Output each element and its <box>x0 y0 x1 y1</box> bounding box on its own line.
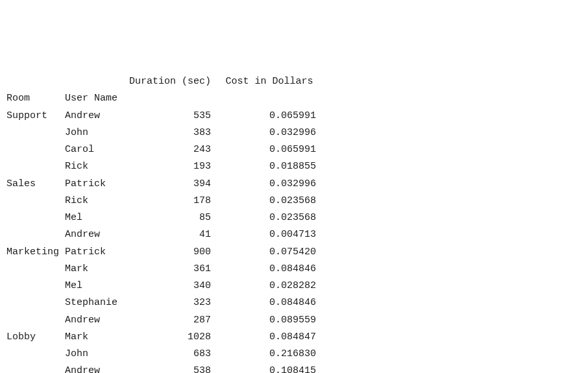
cell-user: Patrick <box>65 244 129 261</box>
cell-duration: 538 <box>129 363 211 373</box>
cell-duration: 323 <box>129 295 211 311</box>
table-row: Andrew2870.089559 <box>6 312 582 329</box>
index-header-room: Room <box>6 90 65 107</box>
table-row: Carol2430.065991 <box>6 141 582 158</box>
cell-user: Patrick <box>65 176 129 193</box>
cell-duration: 383 <box>129 125 211 141</box>
column-header-row: Duration (sec)Cost in Dollars <box>6 73 582 90</box>
index-header-row: RoomUser Name <box>6 90 582 107</box>
cell-cost: 0.084846 <box>223 295 316 311</box>
cell-duration: 178 <box>129 193 211 210</box>
cell-user: John <box>65 125 129 141</box>
cell-duration: 340 <box>129 278 211 295</box>
cell-room: Marketing <box>6 244 65 261</box>
table-row: John6830.216830 <box>6 346 582 363</box>
cell-duration: 287 <box>129 312 211 329</box>
cell-user: Mel <box>65 210 129 226</box>
cell-cost: 0.023568 <box>223 193 316 210</box>
cell-cost: 0.084847 <box>223 329 316 346</box>
cell-room: Sales <box>6 176 65 193</box>
cell-user: Andrew <box>65 226 129 243</box>
cell-duration: 41 <box>129 226 211 243</box>
table-row: Mel850.023568 <box>6 210 582 226</box>
cell-cost: 0.032996 <box>223 176 316 193</box>
cell-duration: 683 <box>129 346 211 363</box>
table-row: Andrew5380.108415 <box>6 363 582 373</box>
cell-user: Mark <box>65 261 129 278</box>
table-row: Mark3610.084846 <box>6 261 582 278</box>
cell-duration: 361 <box>129 261 211 278</box>
cell-user: Andrew <box>65 363 129 373</box>
cell-user: Carol <box>65 141 129 158</box>
cell-cost: 0.023568 <box>223 210 316 226</box>
cell-room: Lobby <box>6 329 65 346</box>
index-header-user: User Name <box>65 90 129 107</box>
cell-user: Mark <box>65 329 129 346</box>
table-row: SalesPatrick3940.032996 <box>6 176 582 193</box>
cell-duration: 85 <box>129 210 211 226</box>
cell-cost: 0.065991 <box>223 141 316 158</box>
cell-user: Rick <box>65 158 129 175</box>
table-row: MarketingPatrick9000.075420 <box>6 244 582 261</box>
cell-cost: 0.084846 <box>223 261 316 278</box>
cell-user: Stephanie <box>65 295 129 311</box>
cell-duration: 1028 <box>129 329 211 346</box>
cell-duration: 193 <box>129 158 211 175</box>
cell-user: John <box>65 346 129 363</box>
column-header-cost: Cost in Dollars <box>223 73 316 90</box>
cell-cost: 0.028282 <box>223 278 316 295</box>
cell-duration: 535 <box>129 108 211 125</box>
cell-cost: 0.089559 <box>223 312 316 329</box>
table-row: Stephanie3230.084846 <box>6 295 582 311</box>
cell-cost: 0.004713 <box>223 226 316 243</box>
cell-cost: 0.032996 <box>223 125 316 141</box>
table-row: SupportAndrew5350.065991 <box>6 108 582 125</box>
cell-cost: 0.075420 <box>223 244 316 261</box>
cell-user: Andrew <box>65 108 129 125</box>
column-header-duration: Duration (sec) <box>129 73 211 90</box>
cell-user: Rick <box>65 193 129 210</box>
cell-cost: 0.108415 <box>223 363 316 373</box>
cell-duration: 243 <box>129 141 211 158</box>
table-row: LobbyMark10280.084847 <box>6 329 582 346</box>
cell-cost: 0.216830 <box>223 346 316 363</box>
cell-room: Support <box>6 108 65 125</box>
cell-user: Andrew <box>65 312 129 329</box>
table-row: Rick1930.018855 <box>6 158 582 175</box>
cell-cost: 0.065991 <box>223 108 316 125</box>
cell-duration: 900 <box>129 244 211 261</box>
data-table: Duration (sec)Cost in DollarsRoomUser Na… <box>6 73 582 373</box>
table-row: Andrew410.004713 <box>6 226 582 243</box>
cell-duration: 394 <box>129 176 211 193</box>
table-row: Rick1780.023568 <box>6 193 582 210</box>
table-row: John3830.032996 <box>6 125 582 141</box>
cell-cost: 0.018855 <box>223 158 316 175</box>
cell-user: Mel <box>65 278 129 295</box>
table-row: Mel3400.028282 <box>6 278 582 295</box>
